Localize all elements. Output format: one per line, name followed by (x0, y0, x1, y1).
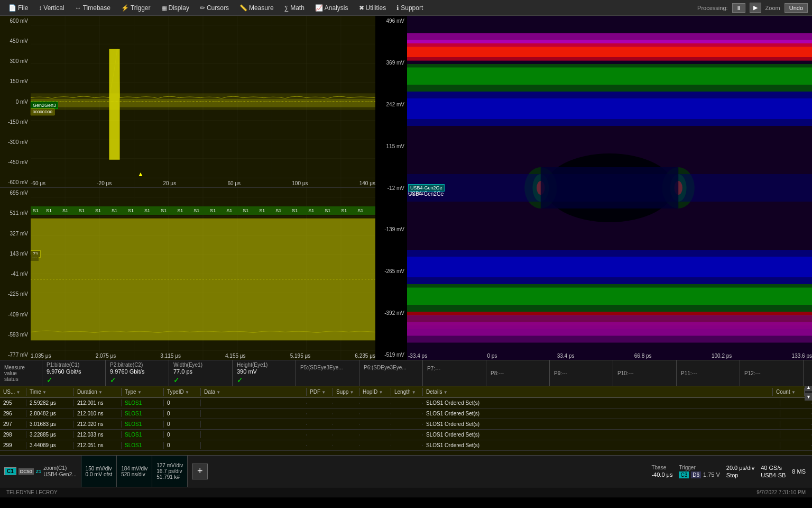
th-data[interactable]: Data (201, 388, 307, 396)
by-label-3: 143 mV (1, 251, 30, 257)
ch1-z1: Z1 (36, 469, 42, 474)
menu-support[interactable]: ℹ Support (392, 3, 427, 13)
meas-p7: P7:--- (423, 360, 486, 386)
by-label-5: -225 mV (1, 291, 30, 297)
meas-p3: Width(Eye1) 77.0 ps ✓ (169, 360, 233, 386)
top-waveform-panel[interactable]: 600 mV 450 mV 300 mV 150 mV 0 mV -150 mV… (0, 16, 375, 188)
eye-diagram-panel[interactable]: 496 mV 369 mV 242 mV 115 mV -12 mV -139 … (375, 16, 812, 360)
zoom-label: Zoom (765, 5, 780, 11)
table-row[interactable]: 296 2.80482 μs 212.010 ns SLOS1 0 SLOS1 … (0, 409, 812, 419)
svg-rect-84 (541, 167, 678, 208)
usb4-voltage-label: -12 mV (408, 190, 423, 196)
ey-label-8: -519 mV (376, 352, 406, 358)
menu-utilities[interactable]: ✖ Utilities (355, 3, 391, 13)
menu-timebase[interactable]: ↔ Timebase (71, 3, 115, 13)
datetime-label: 9/7/2022 7:31:10 PM (756, 489, 806, 495)
x-label-3: 60 μs (227, 180, 241, 186)
sig-badge-gen2gen3: Gen2Gen3 (31, 102, 58, 109)
by-label-1: 511 mV (1, 210, 30, 216)
channel-status-bar: C1 DC50 Z1 zoom(C1) USB4-Gen2... 150 mV/… (0, 455, 812, 487)
scroll-up-button[interactable]: ▲ (805, 386, 813, 391)
meas-p5: P5:(SDEye3Eye... (296, 360, 359, 386)
by-label-4: -41 mV (1, 271, 30, 277)
th-supp[interactable]: Supp (333, 388, 359, 396)
meas-p10: P10:--- (613, 360, 677, 386)
th-hopid[interactable]: HopID (359, 388, 391, 396)
mem-item: 8 MS (792, 468, 806, 475)
table-row[interactable]: 299 3.44089 μs 212.051 ns SLOS1 0 SLOS1 … (0, 440, 812, 451)
trigger-ch-badge: C3 (679, 471, 689, 478)
bx-label-2: 3.115 μs (160, 353, 181, 359)
ey-label-6: -265 mV (376, 268, 406, 274)
ey-label-0: 496 mV (376, 18, 406, 24)
th-details[interactable]: Details (423, 388, 773, 396)
top-wave-y-axis: 600 mV 450 mV 300 mV 150 mV 0 mV -150 mV… (0, 16, 31, 187)
th-time[interactable]: Time (26, 388, 74, 396)
undo-button[interactable]: Undo (785, 3, 808, 13)
meas-p11: P11:--- (677, 360, 740, 386)
top-wave-svg (31, 16, 375, 187)
eye-x-axis: -33.4 ps 0 ps 33.4 ps 66.8 ps 100.2 ps 1… (408, 353, 812, 359)
table-row[interactable]: 297 3.01683 μs 212.020 ns SLOS1 0 SLOS1 … (0, 419, 812, 430)
table-header: US... Time Duration Type TypeID Data PDF… (0, 386, 812, 398)
svg-rect-61 (407, 47, 812, 58)
menu-analysis[interactable]: 📈 Analysis (311, 3, 353, 13)
scroll-down-button[interactable]: ▼ (805, 393, 813, 401)
left-panels: 600 mV 450 mV 300 mV 150 mV 0 mV -150 mV… (0, 16, 375, 360)
ch1-tdiv-box: 184 mV/div 520 ns/div (117, 456, 152, 487)
ey-label-7: -392 mV (376, 310, 406, 316)
by-label-6: -409 mV (1, 312, 30, 318)
ex-label-3: 66.8 ps (634, 353, 652, 359)
ey-label-3: 115 mV (376, 143, 406, 149)
bx-label-0: 1.035 μs (31, 353, 51, 359)
y-label-6: -300 mV (1, 139, 30, 145)
display-icon: ▦ (161, 4, 167, 12)
ch1-info: C1 DC50 Z1 zoom(C1) USB4-Gen2... (0, 456, 81, 487)
bottom-waveform-panel[interactable]: 695 mV 511 mV 327 mV 143 mV -41 mV -225 … (0, 188, 375, 360)
y-label-1: 450 mV (1, 38, 30, 44)
ey-label-2: 242 mV (376, 102, 406, 107)
th-pdf[interactable]: PDF (307, 388, 333, 396)
table-row[interactable]: 295 2.59282 μs 212.001 ns SLOS1 0 SLOS1 … (0, 398, 812, 409)
menu-cursors[interactable]: ✏ Cursors (196, 3, 233, 13)
meas-p9: P9:--- (550, 360, 613, 386)
trigger-marker: ▲ (137, 170, 144, 178)
play-button[interactable]: ▶ (750, 3, 761, 13)
menu-trigger[interactable]: ⚡ Trigger (117, 3, 155, 13)
ch1-vdiv-box: 150 mV/div 0.0 mV ofst (81, 456, 117, 487)
pause-button[interactable]: ⏸ (732, 3, 745, 13)
meas-p4: Height(Eye1) 390 mV ✓ (233, 360, 296, 386)
meas-p6: P6:(SDEye3Eye... (359, 360, 423, 386)
table-scrollbar[interactable]: ▲ ▼ (805, 386, 812, 401)
th-typeid[interactable]: TypeID (164, 388, 201, 396)
add-channel-button[interactable]: + (192, 464, 208, 479)
y-label-3: 150 mV (1, 78, 30, 84)
table-row[interactable]: 298 3.22885 μs 212.033 ns SLOS1 0 SLOS1 … (0, 430, 812, 440)
th-type[interactable]: Type (122, 388, 164, 396)
trigger-item: Trigger C3 D6 1.75 V (679, 465, 719, 478)
th-count[interactable]: Count (773, 388, 805, 396)
th-us[interactable]: US... (0, 388, 26, 396)
th-duration[interactable]: Duration (74, 388, 122, 396)
ex-label-1: 0 ps (487, 353, 497, 359)
menu-right: Processing: ⏸ ▶ Zoom Undo (697, 3, 808, 13)
menu-display[interactable]: ▦ Display (157, 3, 193, 13)
meas-p2: P2:bitrate(C2) 9.9760 Gbit/s ✓ (106, 360, 169, 386)
th-length[interactable]: Length (391, 388, 423, 396)
top-wave-x-axis: -60 μs -20 μs 20 μs 60 μs 100 μs 140 μs (31, 180, 375, 186)
data-table: US... Time Duration Type TypeID Data PDF… (0, 386, 812, 455)
y-label-2: 300 mV (1, 58, 30, 64)
menu-math[interactable]: ∑ Math (280, 3, 309, 13)
cursors-icon: ✏ (200, 4, 205, 12)
support-icon: ℹ (396, 4, 399, 12)
bx-label-5: 6.235 μs (355, 353, 375, 359)
ex-label-2: 33.4 ps (557, 353, 575, 359)
svg-rect-63 (407, 68, 812, 85)
vertical-icon: ↕ (39, 4, 42, 12)
bottom-wave-y-axis: 695 mV 511 mV 327 mV 143 mV -41 mV -225 … (0, 188, 31, 360)
menu-measure[interactable]: 📏 Measure (235, 3, 278, 13)
svg-rect-88 (407, 288, 812, 305)
menu-file[interactable]: 📄 File (4, 3, 32, 13)
menu-vertical[interactable]: ↕ Vertical (34, 3, 68, 13)
x-label-4: 100 μs (292, 180, 308, 186)
